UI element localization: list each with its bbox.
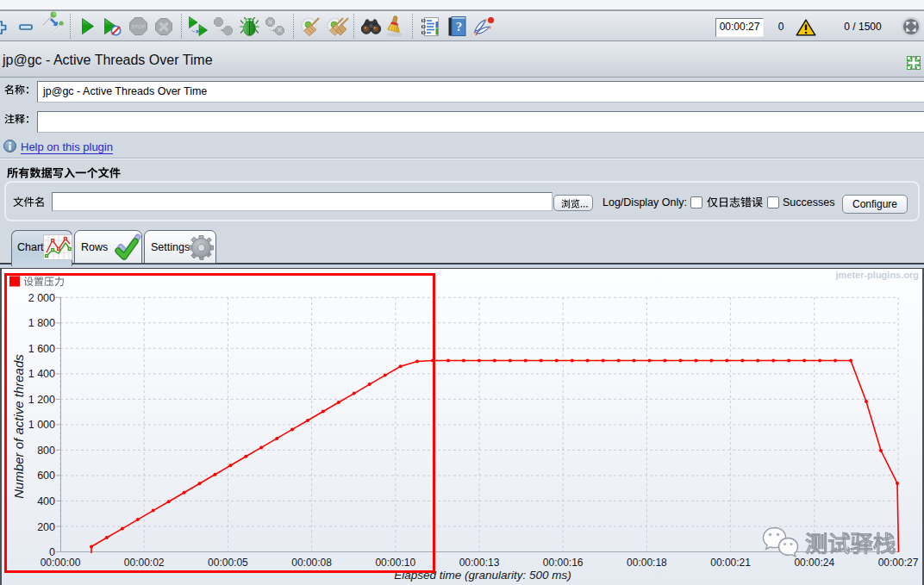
svg-text:00:00:21: 00:00:21 <box>710 557 751 569</box>
svg-text:00:00:00: 00:00:00 <box>41 557 81 569</box>
svg-text:00:00:16: 00:00:16 <box>543 557 584 569</box>
svg-text:00:00:10: 00:00:10 <box>375 557 415 569</box>
svg-text:Number of active threads: Number of active threads <box>11 354 26 499</box>
svg-text:800: 800 <box>37 445 55 457</box>
svg-text:Elapsed time (granularity: 500: Elapsed time (granularity: 500 ms) <box>394 569 571 582</box>
svg-text:1 600: 1 600 <box>28 343 55 355</box>
svg-text:jmeter-plugins.org: jmeter-plugins.org <box>834 270 919 280</box>
svg-text:00:00:05: 00:00:05 <box>208 557 248 569</box>
svg-text:1 200: 1 200 <box>28 394 55 406</box>
svg-text:600: 600 <box>37 470 55 482</box>
svg-text:1 000: 1 000 <box>28 419 55 431</box>
svg-text:00:00:18: 00:00:18 <box>627 557 667 569</box>
svg-text:00:00:24: 00:00:24 <box>794 557 834 569</box>
svg-text:STOP: STOP <box>131 23 146 29</box>
svg-text:200: 200 <box>37 521 55 533</box>
svg-text:00:00:08: 00:00:08 <box>291 557 332 569</box>
svg-text:?: ? <box>456 20 463 34</box>
svg-text:400: 400 <box>37 495 55 507</box>
svg-text:00:00:02: 00:00:02 <box>124 557 165 569</box>
svg-text:1 400: 1 400 <box>28 368 55 380</box>
svg-text:2 000: 2 000 <box>28 292 55 304</box>
svg-text:00:00:13: 00:00:13 <box>459 557 500 569</box>
svg-text:00:00:27: 00:00:27 <box>878 557 919 569</box>
svg-text:1 800: 1 800 <box>28 317 55 329</box>
